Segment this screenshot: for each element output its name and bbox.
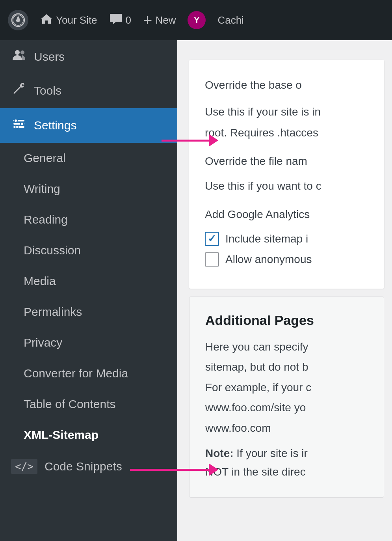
body-line-5: www.foo.com (205, 419, 368, 438)
sidebar-item-code-snippets[interactable]: </> Code Snippets (0, 450, 177, 483)
use-this-text-2: Use this if you want to c (205, 177, 368, 196)
submenu-reading[interactable]: Reading (0, 204, 177, 235)
settings-icon (11, 117, 27, 134)
submenu-discussion[interactable]: Discussion (0, 235, 177, 266)
allow-anonymous-label: Allow anonymous (225, 253, 312, 266)
sidebar-item-tools[interactable]: Tools (0, 73, 177, 108)
submenu-general[interactable]: General (0, 143, 177, 173)
allow-anonymous-checkbox[interactable] (205, 252, 219, 267)
caching-label: Cachi (217, 14, 243, 26)
override-base-text: Override the base o (205, 76, 368, 95)
override-file-name-text: Override the file nam (205, 152, 368, 171)
note-text: If your site is ir (236, 447, 307, 459)
wp-logo-icon[interactable] (8, 10, 28, 30)
note-line-2: NOT in the site direc (205, 463, 368, 481)
body-line-4: www.foo.com/site yo (205, 398, 368, 417)
svg-point-1 (15, 50, 20, 55)
submenu-media[interactable]: Media (0, 266, 177, 297)
new-label: New (155, 14, 176, 26)
tools-icon (11, 82, 27, 99)
checkmark-icon: ✓ (208, 233, 216, 245)
tools-label: Tools (34, 84, 61, 97)
new-content-nav[interactable]: + New (143, 11, 176, 29)
root-requires-text: root. Requires .htacces (205, 123, 368, 142)
home-nav-item[interactable]: Your Site (40, 13, 97, 27)
svg-point-8 (16, 125, 19, 129)
users-icon (11, 49, 27, 65)
settings-label: Settings (34, 119, 76, 132)
additional-pages-title: Additional Pages (205, 313, 368, 328)
svg-point-7 (20, 122, 24, 125)
settings-submenu: General Writing Reading Discussion Media… (0, 143, 177, 450)
submenu-writing[interactable]: Writing (0, 173, 177, 204)
top-content-panel: Override the base o Use this if your sit… (189, 60, 384, 289)
home-icon (40, 13, 53, 27)
sidebar-item-users[interactable]: Users (0, 40, 177, 73)
site-name: Your Site (56, 14, 97, 26)
body-line-1: Here you can specify (205, 338, 368, 356)
main-content-area: Override the base o Use this if your sit… (177, 40, 392, 541)
comment-count: 0 (126, 14, 131, 26)
code-snippets-label: Code Snippets (45, 460, 122, 473)
sidebar-item-settings[interactable]: Settings (0, 108, 177, 143)
submenu-privacy[interactable]: Privacy (0, 327, 177, 358)
submenu-xml-sitemap[interactable]: XML-Sitemap (0, 420, 177, 450)
caching-nav-item[interactable]: Cachi (217, 14, 243, 26)
allow-anonymous-row: Allow anonymous (205, 252, 368, 267)
body-line-2: sitemap, but do not b (205, 358, 368, 377)
submenu-table-of-contents[interactable]: Table of Contents (0, 389, 177, 420)
include-sitemap-checkbox[interactable]: ✓ (205, 232, 219, 246)
yoast-icon: Y (188, 11, 206, 29)
body-line-3: For example, if your c (205, 378, 368, 397)
additional-pages-body: Here you can specify sitemap, but do not… (205, 338, 368, 481)
submenu-permalinks[interactable]: Permalinks (0, 297, 177, 327)
users-label: Users (34, 50, 65, 63)
code-icon: </> (11, 459, 37, 474)
right-panel: Override the base o Use this if your sit… (177, 40, 392, 517)
admin-bar: Your Site 0 + New Y Cachi (0, 0, 392, 40)
sidebar: Users Tools (0, 40, 177, 541)
note-label: Note: (205, 447, 234, 459)
use-this-text-1: Use this if your site is in (205, 103, 368, 121)
include-sitemap-label: Include sitemap i (225, 233, 308, 245)
add-google-analytics-text: Add Google Analytics (205, 205, 368, 224)
comment-icon (109, 13, 123, 28)
comments-nav-item[interactable]: 0 (109, 13, 131, 28)
additional-pages-panel: Additional Pages Here you can specify si… (189, 297, 384, 498)
yoast-nav-item[interactable]: Y (188, 11, 206, 29)
svg-point-2 (20, 50, 24, 54)
include-sitemap-row: ✓ Include sitemap i (205, 232, 368, 246)
note-line-1: Note: If your site is ir (205, 444, 368, 463)
plus-icon: + (143, 11, 152, 29)
svg-point-6 (14, 119, 17, 122)
main-layout: Users Tools (0, 0, 392, 541)
submenu-converter-for-media[interactable]: Converter for Media (0, 358, 177, 389)
